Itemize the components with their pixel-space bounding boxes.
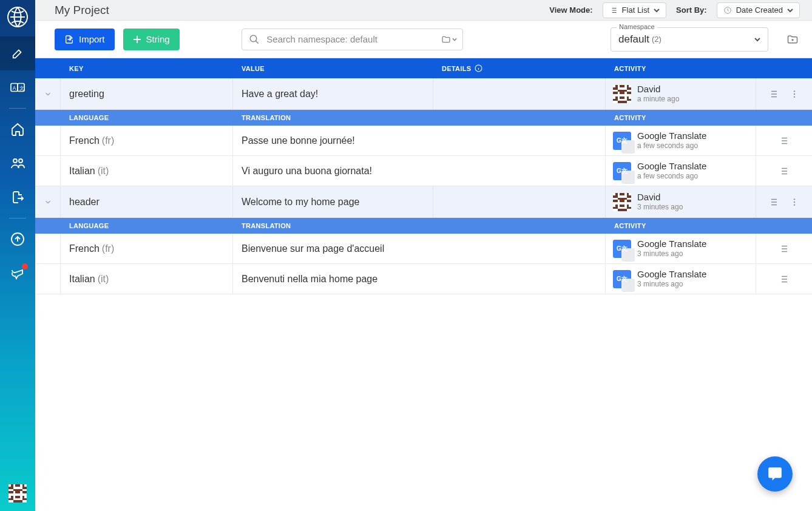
sidebar-item-edit[interactable] [0,36,35,70]
translation-cell[interactable]: Passe une bonne journée! [233,126,606,155]
history-list-icon[interactable] [778,135,789,146]
history-list-icon[interactable] [768,89,779,100]
svg-rect-34 [613,92,618,94]
table-row-translation[interactable]: French (fr)Passe une bonne journée!G文Goo… [35,126,812,156]
svg-rect-35 [620,92,624,94]
history-list-icon[interactable] [778,274,789,285]
expand-toggle[interactable] [35,186,61,217]
svg-rect-18 [11,496,13,498]
chat-fab[interactable] [757,456,793,492]
translation-cell[interactable]: Benvenuti nella mia home page [233,264,606,294]
actor-time: a few seconds ago [637,172,706,180]
sidebar-item-home[interactable] [0,112,35,146]
user-avatar[interactable] [8,484,27,503]
sidebar-item-upload[interactable] [0,222,35,256]
table-row-translation[interactable]: Italian (it)Vi auguro una buona giornata… [35,156,812,186]
svg-rect-53 [613,200,618,202]
svg-rect-51 [627,195,632,197]
sidebar-item-announcements[interactable] [0,256,35,290]
svg-rect-12 [8,487,13,489]
translation-cell[interactable]: Vi auguro una buona giornata! [233,156,606,186]
search-scope-button[interactable] [441,35,457,44]
add-string-button[interactable]: String [123,29,180,50]
details-cell[interactable] [433,78,606,109]
info-icon [475,64,482,72]
view-mode-dropdown[interactable]: Flat List [603,2,667,18]
lang-cell[interactable]: French (fr) [61,234,233,263]
svg-rect-21 [8,498,13,501]
add-namespace-button[interactable] [785,32,800,47]
history-list-icon[interactable] [778,243,789,254]
svg-rect-50 [613,195,618,197]
key-cell[interactable]: header [61,186,233,217]
translation-cell[interactable]: Bienvenue sur ma page d'accueil [233,234,606,263]
svg-point-6 [19,159,22,163]
lang-cell[interactable]: Italian (it) [61,264,233,294]
table-row-key[interactable]: headerWelcome to my home pageDavid3 minu… [35,186,812,218]
row-actions [756,78,811,109]
col-translation: TRANSLATION [233,222,606,229]
svg-rect-19 [15,496,20,498]
svg-rect-38 [620,96,624,98]
history-list-icon[interactable] [778,166,789,177]
svg-rect-13 [22,487,27,489]
more-menu-icon[interactable] [790,89,799,99]
exp-spacer [35,156,61,186]
user-avatar-icon [613,85,631,103]
svg-point-64 [794,204,795,205]
svg-text:A: A [13,85,16,91]
activity-cell: Davida minute ago [606,78,756,109]
folder-plus-icon [787,33,799,46]
value-cell[interactable]: Welcome to my home page [233,186,433,217]
details-cell[interactable] [433,186,606,217]
table-subheader: LANGUAGETRANSLATIONACTIVITY [35,110,812,126]
sidebar-item-team[interactable] [0,146,35,180]
toolbar: Import String Namespace default (2) [35,21,812,58]
chevron-down-icon [787,7,793,13]
row-actions [756,186,811,217]
table-row-key[interactable]: greetingHave a great day!Davida minute a… [35,78,812,110]
exp-spacer [35,264,61,294]
key-cell[interactable]: greeting [61,78,233,109]
google-translate-icon: G文 [613,162,631,180]
list-icon [609,6,618,15]
sidebar-item-export[interactable] [0,180,35,214]
actor-time: a few seconds ago [637,141,706,150]
svg-rect-22 [22,498,27,501]
svg-rect-29 [620,85,624,87]
svg-rect-33 [618,89,627,92]
lang-cell[interactable]: Italian (it) [61,156,233,186]
more-menu-icon[interactable] [790,197,799,207]
search-input[interactable] [242,29,463,50]
actor-name: Google Translate [637,269,706,280]
lang-code: (fr) [102,243,114,254]
svg-point-45 [794,96,795,97]
strings-table: KEY VALUE DETAILS ACTIVITY greetingHave … [35,58,812,294]
chevron-down-icon [44,198,52,206]
col-value: VALUE [233,65,433,72]
row-actions [756,264,811,294]
table-row-translation[interactable]: French (fr)Bienvenue sur ma page d'accue… [35,234,812,264]
exp-spacer [35,126,61,155]
sort-by-dropdown[interactable]: Date Created [717,2,800,18]
history-list-icon[interactable] [768,197,779,208]
import-button[interactable]: Import [55,29,115,50]
value-cell[interactable]: Have a great day! [233,78,433,109]
row-actions [756,126,811,155]
table-row-translation[interactable]: Italian (it)Benvenuti nella mia home pag… [35,264,812,294]
expand-toggle[interactable] [35,78,61,109]
row-actions [756,234,811,263]
activity-cell: G文Google Translatea few seconds ago [606,126,756,155]
notification-badge [22,263,28,269]
page-title: My Project [55,4,109,17]
namespace-select[interactable]: default (2) [611,27,768,52]
col-activity: ACTIVITY [606,65,756,72]
activity-cell: G文Google Translatea few seconds ago [606,156,756,186]
svg-point-63 [794,201,795,202]
svg-rect-59 [613,206,618,209]
lang-cell[interactable]: French (fr) [61,126,233,155]
sidebar-item-translations[interactable]: A文 [0,70,35,104]
search-icon [249,34,260,45]
svg-rect-54 [620,200,624,202]
svg-rect-61 [618,209,627,211]
